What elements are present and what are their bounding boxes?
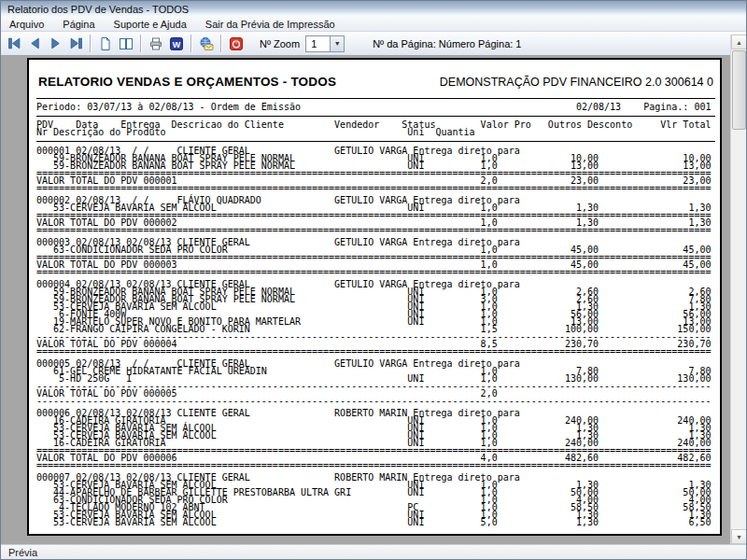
single-page-icon xyxy=(98,36,113,51)
app-window: Relatorio dos PDV de Vendas - TODOS Arqu… xyxy=(0,0,747,560)
statusbar: Prévia xyxy=(1,544,746,559)
menu-arquivo[interactable]: Arquivo xyxy=(9,19,44,30)
last-page-icon xyxy=(68,35,84,51)
two-page-view-button[interactable] xyxy=(116,34,136,54)
menu-pagina[interactable]: Página xyxy=(63,19,94,30)
menu-suporte-e-ajuda[interactable]: Suporte e Ajuda xyxy=(114,19,187,30)
email-globe-icon xyxy=(199,36,214,51)
horizontal-rule xyxy=(36,141,715,142)
zoom-label: Nº Zoom xyxy=(260,38,300,49)
pdv-block: 000002 02/08/13 / / FLÁVIO QUADRADO GETU… xyxy=(36,197,715,234)
report-page: RELATORIO VENDAS E ORÇAMENTOS - TODOS DE… xyxy=(27,58,722,536)
zoom-select[interactable]: 1 ▼ xyxy=(305,35,345,52)
exit-preview-button[interactable] xyxy=(226,34,247,54)
scroll-up-icon[interactable]: ▲ xyxy=(731,35,747,49)
first-page-icon xyxy=(7,35,22,51)
window-title: Relatorio dos PDV de Vendas - TODOS xyxy=(7,4,189,15)
last-page-button[interactable] xyxy=(65,34,86,54)
report-app-banner: DEMONSTRAÇÃO PDV FINANCEIRO 2.0 300614 0 xyxy=(440,76,713,89)
chevron-down-icon[interactable]: ▼ xyxy=(330,36,344,51)
report-period-line: Periodo: 03/07/13 à 02/08/13 - Ordem de … xyxy=(36,104,715,111)
two-pages-icon xyxy=(119,36,134,51)
page-number-info: Nº da Página: Número Página: 1 xyxy=(373,38,521,49)
vertical-scrollbar[interactable]: ▲ ▼ xyxy=(730,35,746,544)
pdv-block: 000005 02/08/13 / / CLIENTE GERAL GETULI… xyxy=(36,360,715,405)
previous-page-icon xyxy=(27,35,43,51)
toolbar-separator xyxy=(140,35,142,52)
pdv-block: 000004 02/08/13 02/08/13 CLIENTE GERAL G… xyxy=(36,281,715,356)
single-page-view-button[interactable] xyxy=(95,34,116,54)
print-button[interactable] xyxy=(146,34,166,54)
send-email-button[interactable] xyxy=(196,34,217,54)
toolbar: W Nº Zoom 1 ▼ Nº da Página: Número Págin… xyxy=(1,32,746,56)
toolbar-separator xyxy=(190,35,192,52)
horizontal-rule xyxy=(36,98,715,99)
next-page-icon xyxy=(48,35,63,51)
next-page-button[interactable] xyxy=(45,34,65,54)
pdv-block: 000006 02/08/13 02/08/13 CLIENTE GERAL R… xyxy=(36,410,715,469)
zoom-value: 1 xyxy=(306,38,330,49)
menubar: Arquivo Página Suporte e Ajuda Sair da P… xyxy=(1,17,746,32)
export-word-button[interactable]: W xyxy=(166,34,187,54)
horizontal-rule xyxy=(36,116,715,117)
report-column-headers: PDV Data Entrega Descricao do Cliente Ve… xyxy=(36,121,715,136)
print-icon xyxy=(148,36,163,51)
pdv-block: 000003 02/08/13 02/08/13 CLIENTE GERAL G… xyxy=(36,239,715,276)
pdv-block: 000007 02/08/13 02/08/13 CLIENTE GERAL R… xyxy=(36,474,715,526)
svg-text:W: W xyxy=(173,39,181,49)
pdv-block: 000001 02/08/13 / / CLIENTE GERAL GETULI… xyxy=(36,147,715,192)
scroll-down-icon[interactable]: ▼ xyxy=(731,529,747,544)
word-icon: W xyxy=(169,36,184,51)
preview-area: RELATORIO VENDAS E ORÇAMENTOS - TODOS DE… xyxy=(1,56,746,544)
power-exit-icon xyxy=(229,36,244,51)
toolbar-separator xyxy=(220,35,222,52)
scrollbar-thumb[interactable] xyxy=(732,50,746,130)
menu-sair-da-previa[interactable]: Sair da Prévia de Impressão xyxy=(205,19,335,30)
titlebar: Relatorio dos PDV de Vendas - TODOS xyxy=(1,1,746,17)
previous-page-button[interactable] xyxy=(24,34,45,54)
first-page-button[interactable] xyxy=(4,34,24,54)
report-title: RELATORIO VENDAS E ORÇAMENTOS - TODOS xyxy=(38,75,336,89)
report-header: RELATORIO VENDAS E ORÇAMENTOS - TODOS DE… xyxy=(38,75,713,89)
report-body: 000001 02/08/13 / / CLIENTE GERAL GETULI… xyxy=(36,147,715,526)
status-text: Prévia xyxy=(8,547,37,558)
toolbar-separator xyxy=(90,35,92,52)
